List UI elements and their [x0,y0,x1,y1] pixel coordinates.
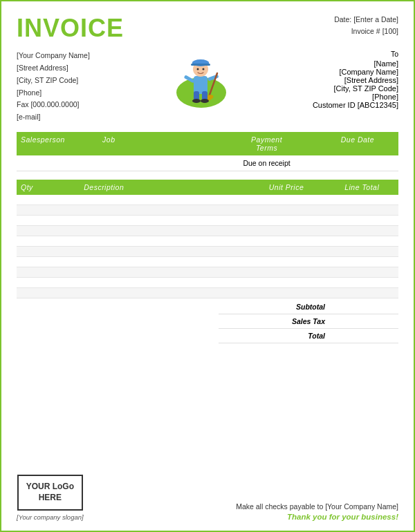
to-customer-id: Customer ID [ABC12345] [313,101,398,109]
invoice-label: Invoice # [351,27,380,35]
payment-terms-header: PaymentTerms [216,132,317,155]
cleaner-illustration [170,50,232,108]
salesperson-table: Salesperson Job PaymentTerms Due Date Du… [17,132,398,171]
totals-section: Subtotal Sales Tax Total [17,300,398,343]
to-name: [Name] [313,59,398,68]
svg-point-6 [196,68,199,70]
svg-point-15 [201,99,209,103]
line-total-header: Line Total [325,180,398,195]
salesperson-value [17,155,98,171]
svg-point-7 [202,68,204,70]
invoice-number-line: Invoice # [100] [334,26,398,37]
salesperson-table-row: Due on receipt [17,155,398,171]
from-fax: Fax [000.000.0000] [17,99,90,111]
from-phone: [Phone] [17,87,90,99]
due-date-value [317,155,398,171]
company-slogan: [Your company slogan] [17,513,84,521]
totals-table: Subtotal Sales Tax Total [219,300,398,343]
date-label: Date: [334,15,351,23]
invoice-number: [100] [382,27,398,35]
item-row [17,216,398,226]
item-row [17,267,398,278]
header-right: Date: [Enter a Date] Invoice # [100] [334,14,398,37]
checks-payable: Make all checks payable to [Your Company… [236,502,398,511]
items-table-header: Qty Description Unit Price Line Total [17,180,398,195]
from-email: [e-mail] [17,111,90,124]
date-line: Date: [Enter a Date] [334,14,398,26]
item-row [17,195,398,205]
from-address: [Street Address] [17,62,90,75]
item-row [17,278,398,288]
date-value: [Enter a Date] [353,15,398,23]
to-label: To [313,50,398,58]
salesperson-table-header: Salesperson Job PaymentTerms Due Date [17,132,398,155]
to-phone: [Phone] [313,93,398,101]
job-header: Job [98,132,216,155]
header: INVOICE Date: [Enter a Date] Invoice # [… [17,14,398,43]
salestax-row: Sales Tax [219,314,398,329]
subtotal-row: Subtotal [219,300,398,314]
total-label: Total [223,332,325,340]
to-company: [Company Name] [313,68,398,76]
from-citystatezip: [City, ST ZIP Code] [17,75,90,87]
invoice-title: INVOICE [17,14,124,43]
footer-right: Make all checks payable to [Your Company… [236,502,398,521]
thank-you: Thank you for your business! [236,513,398,521]
footer-left: YOUR LoGo HERE [Your company slogan] [17,475,84,521]
item-row [17,257,398,267]
unit-price-header: Unit Price [248,180,326,195]
item-row [17,247,398,257]
item-row [17,236,398,247]
subtotal-label: Subtotal [223,303,325,311]
item-row [17,288,398,298]
logo-line2: HERE [39,493,62,504]
salesperson-header: Salesperson [17,132,98,155]
job-value [98,155,216,171]
logo-line1: YOUR LoGo [26,482,74,493]
footer: YOUR LoGo HERE [Your company slogan] Mak… [17,475,398,521]
qty-header: Qty [17,180,80,195]
payment-terms-value: Due on receipt [216,155,317,171]
svg-point-14 [192,99,201,103]
to-citystatezip: [City, ST ZIP Code] [313,84,398,93]
to-address: [Street Address] [313,76,398,84]
salestax-label: Sales Tax [223,317,325,325]
from-company: [Your Company Name] [17,50,90,62]
company-from: [Your Company Name] [Street Address] [Ci… [17,50,90,124]
total-row: Total [219,329,398,343]
logo-box: YOUR LoGo HERE [17,475,83,511]
item-row [17,226,398,236]
info-section: [Your Company Name] [Street Address] [Ci… [17,50,398,124]
due-date-header: Due Date [317,132,398,155]
description-header: Description [80,180,247,195]
item-row [17,205,398,216]
items-table: Qty Description Unit Price Line Total [17,180,398,298]
company-to: To [Name] [Company Name] [Street Address… [313,50,398,109]
svg-rect-5 [191,64,210,66]
